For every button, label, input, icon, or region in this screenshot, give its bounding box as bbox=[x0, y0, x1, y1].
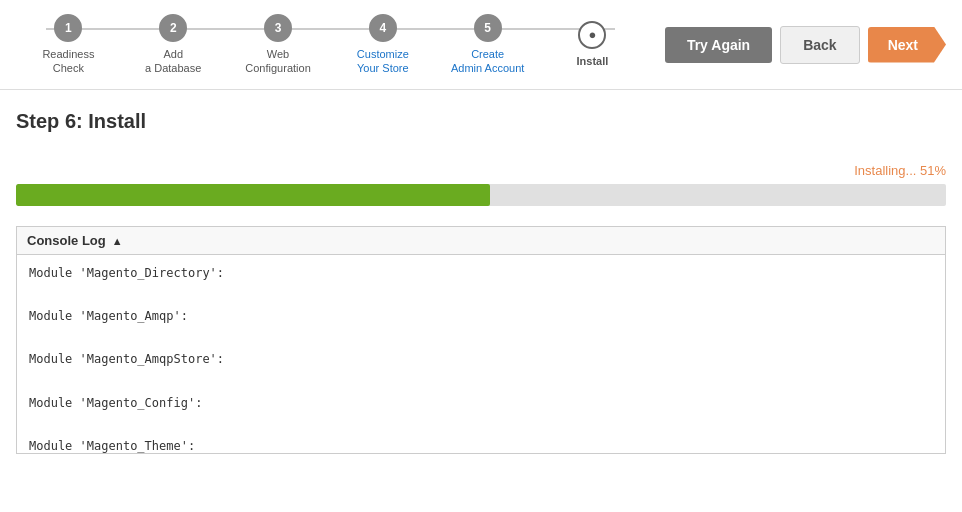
step-4-circle: 4 bbox=[369, 14, 397, 42]
progress-status: Installing... 51% bbox=[16, 163, 946, 178]
next-button[interactable]: Next bbox=[868, 27, 946, 63]
step-2-circle: 2 bbox=[159, 14, 187, 42]
console-line-0: Module 'Magento_Directory': bbox=[29, 263, 933, 285]
console-log-body[interactable]: Module 'Magento_Directory': Module 'Mage… bbox=[16, 254, 946, 454]
step-5-label: Create Admin Account bbox=[451, 47, 524, 76]
progress-bar-fill bbox=[16, 184, 490, 206]
steps-container: 1 Readiness Check 2 Add a Database 3 Web… bbox=[16, 14, 645, 76]
console-line-6: Module 'Magento_Config': bbox=[29, 393, 933, 415]
step-1-circle: 1 bbox=[54, 14, 82, 42]
console-arrow-icon: ▲ bbox=[112, 235, 123, 247]
console-line-4: Module 'Magento_AmqpStore': bbox=[29, 349, 933, 371]
console-line-3 bbox=[29, 328, 933, 350]
step-2-label: Add a Database bbox=[145, 47, 201, 76]
step-3-label: Web Configuration bbox=[245, 47, 310, 76]
step-1: 1 Readiness Check bbox=[16, 14, 121, 76]
console-line-5 bbox=[29, 371, 933, 393]
back-button[interactable]: Back bbox=[780, 26, 859, 64]
progress-bar-container bbox=[16, 184, 946, 206]
console-line-7 bbox=[29, 414, 933, 436]
step-5-circle: 5 bbox=[474, 14, 502, 42]
step-6-circle: ● bbox=[578, 21, 606, 49]
step-6-label: Install bbox=[577, 54, 609, 68]
page-title: Step 6: Install bbox=[16, 110, 946, 133]
top-bar: 1 Readiness Check 2 Add a Database 3 Web… bbox=[0, 0, 962, 90]
step-4-label: Customize Your Store bbox=[357, 47, 409, 76]
step-4: 4 Customize Your Store bbox=[330, 14, 435, 76]
step-6: ● Install bbox=[540, 21, 645, 68]
step-1-label: Readiness Check bbox=[42, 47, 94, 76]
progress-section: Installing... 51% bbox=[16, 163, 946, 206]
console-line-1 bbox=[29, 285, 933, 307]
step-5: 5 Create Admin Account bbox=[435, 14, 540, 76]
main-content: Step 6: Install Installing... 51% Consol… bbox=[0, 90, 962, 474]
console-log-header[interactable]: Console Log ▲ bbox=[16, 226, 946, 254]
console-line-8: Module 'Magento_Theme': bbox=[29, 436, 933, 454]
step-2: 2 Add a Database bbox=[121, 14, 226, 76]
step-3: 3 Web Configuration bbox=[226, 14, 331, 76]
button-group: Try Again Back Next bbox=[665, 26, 946, 64]
step-3-circle: 3 bbox=[264, 14, 292, 42]
console-log-title: Console Log bbox=[27, 233, 106, 248]
try-again-button[interactable]: Try Again bbox=[665, 27, 772, 63]
console-line-2: Module 'Magento_Amqp': bbox=[29, 306, 933, 328]
